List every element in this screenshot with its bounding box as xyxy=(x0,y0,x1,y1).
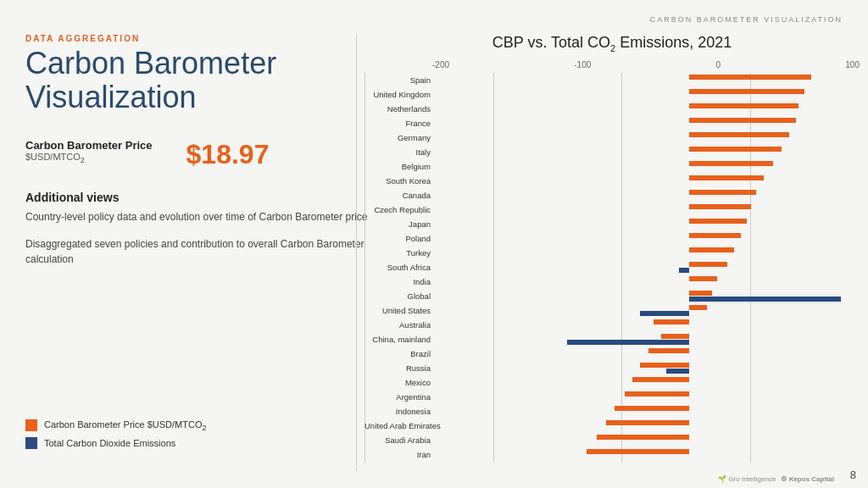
country-label: United Arab Emirates xyxy=(364,421,431,430)
table-row: Russia xyxy=(432,361,860,375)
table-row: Germany xyxy=(432,130,860,145)
table-row: Indonesia xyxy=(432,404,860,419)
table-row: United Kingdom xyxy=(432,87,860,102)
section-tag: Data Aggregation xyxy=(25,34,373,43)
price-value: $18.97 xyxy=(186,139,270,170)
country-label: United Kingdom xyxy=(364,90,431,99)
table-row: Spain xyxy=(432,73,860,87)
country-label: Brazil xyxy=(364,349,431,358)
bar-orange xyxy=(640,363,689,368)
bar-blue xyxy=(640,311,689,316)
axis-minus100: -100 xyxy=(574,60,591,69)
country-label: Russia xyxy=(364,363,431,373)
country-label: Global xyxy=(364,291,431,301)
chart-area: CBP vs. Total CO2 Emissions, 2021 -200 -… xyxy=(364,34,860,471)
table-row: South Korea xyxy=(432,174,860,188)
legend-item-orange: Carbon Barometer Price $USD/MTCO2 xyxy=(25,419,207,432)
bar-orange xyxy=(654,319,689,324)
bar-orange xyxy=(689,161,772,166)
price-sub: $USD/MTCO2 xyxy=(25,152,153,164)
country-label: Poland xyxy=(364,234,431,243)
country-label: Australia xyxy=(364,320,431,330)
bar-orange xyxy=(689,204,751,209)
table-row: Netherlands xyxy=(432,102,860,116)
legend: Carbon Barometer Price $USD/MTCO2 Total … xyxy=(25,419,207,454)
bar-orange xyxy=(689,75,811,80)
table-row: Poland xyxy=(432,231,860,246)
gro-logo: 🌱 Gro Intelligence xyxy=(718,475,776,483)
chart-title: CBP vs. Total CO2 Emissions, 2021 xyxy=(364,34,860,53)
table-row: Mexico xyxy=(432,375,860,390)
country-label: Turkey xyxy=(364,248,431,258)
logo-area: 🌱 Gro Intelligence ⚙ Kepos Capital xyxy=(718,475,834,483)
country-label: India xyxy=(364,277,431,286)
country-label: Canada xyxy=(364,191,431,200)
legend-color-blue xyxy=(25,437,37,449)
country-label: Czech Republic xyxy=(364,205,431,214)
table-row: Italy xyxy=(432,145,860,159)
legend-color-orange xyxy=(25,419,37,431)
axis-plus100: 100 xyxy=(845,60,860,69)
price-box: Carbon Barometer Price $USD/MTCO2 $18.97 xyxy=(25,139,373,170)
country-label: Argentina xyxy=(364,392,431,402)
header-label: Carbon Barometer Visualization xyxy=(650,15,843,24)
bar-blue xyxy=(666,369,689,374)
legend-item-blue: Total Carbon Dioxide Emissions xyxy=(25,437,207,449)
legend-label-orange: Carbon Barometer Price $USD/MTCO2 xyxy=(44,419,207,432)
page-number: 8 xyxy=(850,469,856,481)
table-row: Belgium xyxy=(432,159,860,174)
bar-orange xyxy=(689,175,764,180)
table-row: Argentina xyxy=(432,390,860,404)
bar-orange xyxy=(689,190,756,195)
country-label: Mexico xyxy=(364,378,431,387)
bar-orange xyxy=(689,305,707,310)
axis-labels: -200 -100 0 100 xyxy=(364,60,860,69)
table-row: Brazil xyxy=(432,347,860,361)
country-label: United States xyxy=(364,306,431,315)
legend-label-blue: Total Carbon Dioxide Emissions xyxy=(44,438,175,448)
country-label: Belgium xyxy=(364,162,431,171)
bar-orange xyxy=(689,103,798,108)
country-label: Spain xyxy=(364,75,431,85)
bar-orange xyxy=(689,291,712,296)
main-title: Carbon Barometer Visualization xyxy=(25,47,373,114)
bar-orange xyxy=(689,147,782,152)
country-label: Japan xyxy=(364,219,431,229)
table-row: Czech Republic xyxy=(432,202,860,217)
table-row: China, mainland xyxy=(432,332,860,347)
table-row: Turkey xyxy=(432,246,860,260)
additional-views-title: Additional views xyxy=(25,191,373,204)
country-label: South Korea xyxy=(364,176,431,186)
bar-orange xyxy=(689,89,804,94)
bar-orange xyxy=(689,262,727,267)
table-row: France xyxy=(432,116,860,130)
country-label: Indonesia xyxy=(364,407,431,416)
table-row: Canada xyxy=(432,188,860,202)
axis-zero: 0 xyxy=(716,60,721,69)
bar-orange xyxy=(661,334,689,339)
bar-blue xyxy=(567,340,689,345)
country-label: Netherlands xyxy=(364,104,431,114)
divider xyxy=(356,34,357,471)
bar-orange xyxy=(615,406,689,411)
country-label: Germany xyxy=(364,133,431,142)
bar-orange xyxy=(648,348,689,353)
bar-orange xyxy=(606,420,689,425)
table-row: United Arab Emirates xyxy=(432,419,860,433)
table-row: Global xyxy=(432,289,860,303)
kepos-logo: ⚙ Kepos Capital xyxy=(781,475,834,483)
table-row: Japan xyxy=(432,217,860,231)
bar-orange xyxy=(689,276,717,281)
bar-orange xyxy=(689,118,796,123)
price-label: Carbon Barometer Price xyxy=(25,139,153,152)
country-label: Saudi Arabia xyxy=(364,435,431,445)
bar-blue xyxy=(689,297,841,302)
country-label: Italy xyxy=(364,147,431,157)
table-row: South Africa xyxy=(432,260,860,274)
left-panel: Data Aggregation Carbon Barometer Visual… xyxy=(25,34,373,279)
additional-text-1: Country-level policy data and evolution … xyxy=(25,209,373,225)
table-row: Australia xyxy=(432,318,860,332)
bar-orange xyxy=(625,391,689,396)
bar-blue xyxy=(679,268,689,273)
country-label: France xyxy=(364,119,431,128)
